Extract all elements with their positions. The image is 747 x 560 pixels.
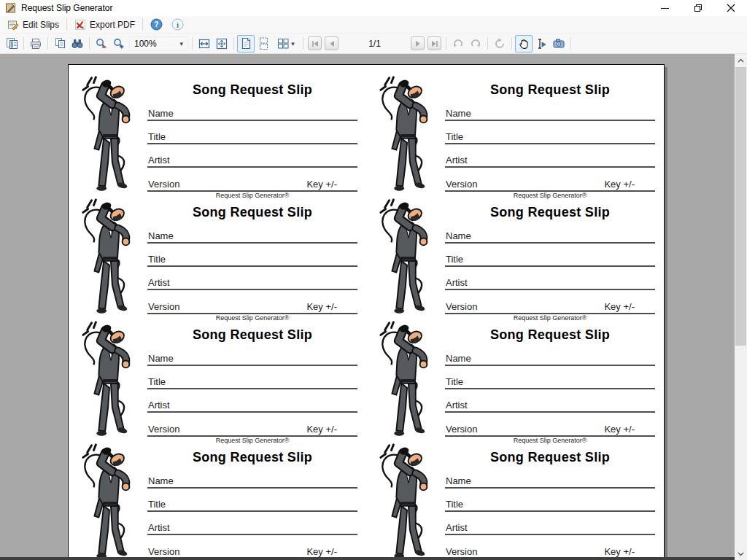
name-label: Name: [446, 353, 471, 364]
zoom-in-button[interactable]: [110, 35, 128, 52]
slip-fields: Song Request Slip Name Title Artist Vers…: [445, 71, 655, 193]
continuous-view-icon: [258, 37, 270, 50]
song-request-slip: Song Request Slip Name Title Artist Vers…: [366, 193, 664, 316]
preview-toolbar: 100% ▾ ▾: [0, 34, 747, 54]
snapshot-button[interactable]: [550, 35, 568, 52]
version-label: Version: [446, 424, 477, 435]
artist-label: Artist: [148, 277, 170, 288]
copy-button[interactable]: [51, 35, 69, 52]
scroll-down-button[interactable]: [735, 548, 747, 560]
name-label: Name: [148, 353, 174, 364]
artist-line: [147, 534, 357, 535]
previous-page-button[interactable]: [325, 36, 338, 50]
vertical-scrollbar[interactable]: [735, 54, 747, 560]
pdf-icon: [74, 19, 86, 31]
continuous-view-button[interactable]: [255, 35, 272, 52]
name-label: Name: [148, 230, 174, 241]
slip-title: Song Request Slip: [147, 205, 357, 220]
minimize-button[interactable]: [649, 0, 681, 16]
title-line: [147, 143, 357, 144]
title-line: [445, 265, 655, 267]
back-button[interactable]: [449, 35, 467, 52]
title-label: Title: [148, 131, 166, 142]
export-pdf-button[interactable]: Export PDF: [70, 18, 139, 32]
artist-line: [147, 411, 357, 413]
single-page-view-button[interactable]: [237, 35, 255, 52]
version-label: Version: [446, 179, 477, 190]
slip-fields: Song Request Slip Name Title Artist Vers…: [147, 316, 357, 438]
page-setup-icon: [6, 37, 18, 50]
slip-title: Song Request Slip: [445, 450, 655, 465]
help-button[interactable]: ?: [146, 17, 167, 32]
window-bottom-edge: [0, 557, 735, 560]
document-preview-area[interactable]: Song Request Slip Name Title Artist Vers…: [0, 54, 735, 557]
zoom-value: 100%: [134, 39, 157, 49]
title-label: Title: [148, 376, 166, 387]
artist-line: [445, 289, 655, 290]
about-button[interactable]: i: [167, 17, 188, 32]
menu-separator: [66, 18, 67, 31]
fit-page-icon: [215, 37, 228, 50]
name-line: [445, 365, 655, 366]
slip-title: Song Request Slip: [445, 205, 655, 220]
forward-icon: [469, 37, 482, 50]
scrollbar-thumb[interactable]: [735, 67, 746, 346]
key-label: Key +/-: [604, 301, 635, 312]
chevron-down-icon: ▾: [291, 40, 295, 47]
scroll-up-button[interactable]: [735, 54, 747, 66]
version-label: Version: [446, 546, 477, 557]
print-button[interactable]: [27, 35, 44, 52]
last-page-button[interactable]: [427, 36, 441, 50]
slip-fields: Song Request Slip Name Title Artist Vers…: [147, 193, 357, 316]
zoom-out-button[interactable]: [93, 35, 110, 52]
artist-label: Artist: [446, 522, 468, 533]
next-page-button[interactable]: [411, 36, 425, 50]
window-title: Request Slip Generator: [21, 3, 112, 13]
name-label: Name: [446, 475, 471, 486]
export-pdf-label: Export PDF: [90, 20, 135, 30]
minimize-icon: [661, 8, 669, 9]
chevron-up-icon: [738, 58, 744, 63]
first-page-button[interactable]: [308, 36, 322, 50]
slip-fields: Song Request Slip Name Title Artist Vers…: [147, 438, 357, 557]
singer-clipart: [77, 317, 142, 441]
title-label: Title: [446, 499, 463, 510]
fit-page-button[interactable]: [213, 35, 231, 52]
next-page-icon: [414, 39, 422, 48]
song-request-slip: Song Request Slip Name Title Artist Vers…: [69, 438, 366, 557]
slips-grid: Song Request Slip Name Title Artist Vers…: [69, 65, 664, 557]
title-line: [445, 510, 655, 512]
song-request-slip: Song Request Slip Name Title Artist Vers…: [69, 71, 366, 193]
menu-separator: [142, 18, 143, 31]
find-icon: [71, 37, 84, 50]
slip-title: Song Request Slip: [445, 82, 655, 98]
close-button[interactable]: [714, 0, 747, 16]
forward-button[interactable]: [467, 35, 484, 52]
title-label: Title: [446, 254, 463, 265]
artist-line: [445, 166, 655, 168]
hand-tool-button[interactable]: [515, 35, 533, 52]
name-label: Name: [148, 108, 174, 119]
key-label: Key +/-: [604, 546, 635, 557]
edit-slips-button[interactable]: Edit Slips: [3, 18, 63, 32]
version-label: Version: [148, 179, 179, 190]
text-select-tool-button[interactable]: [533, 35, 550, 52]
slip-fields: Song Request Slip Name Title Artist Vers…: [445, 316, 655, 438]
fit-width-icon: [198, 37, 211, 50]
fit-width-button[interactable]: [196, 35, 213, 52]
name-label: Name: [446, 230, 471, 241]
restore-button[interactable]: [681, 0, 714, 16]
zoom-combobox[interactable]: 100% ▾: [129, 36, 187, 51]
back-icon: [452, 37, 465, 50]
page-setup-button[interactable]: [3, 35, 20, 52]
multiple-pages-button[interactable]: ▾: [272, 35, 300, 52]
refresh-button[interactable]: [491, 35, 508, 52]
find-button[interactable]: [69, 35, 86, 52]
name-line: [445, 487, 655, 489]
slip-fields: Song Request Slip Name Title Artist Vers…: [445, 193, 655, 316]
singer-clipart: [77, 195, 142, 319]
refresh-icon: [493, 37, 506, 50]
hand-tool-icon: [517, 37, 530, 50]
slip-title: Song Request Slip: [147, 450, 357, 465]
zoom-out-icon: [95, 37, 108, 50]
